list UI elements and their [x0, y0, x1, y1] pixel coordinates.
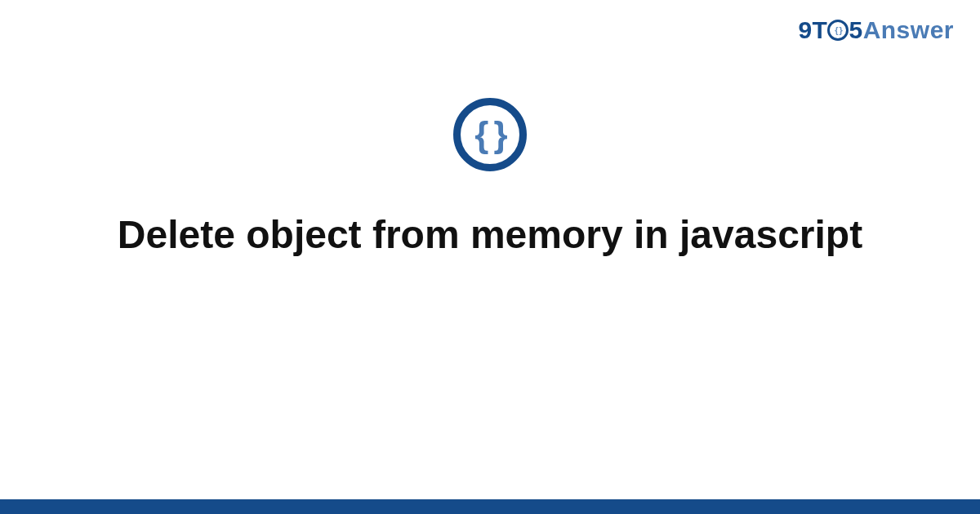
- site-logo: 9T{ }5Answer: [798, 16, 954, 44]
- logo-o-ring-icon: { }: [827, 20, 849, 41]
- logo-char-9: 9: [798, 16, 812, 43]
- page-title: Delete object from memory in javascript: [118, 210, 862, 259]
- logo-o-icon: { }: [827, 20, 849, 41]
- main-content: { } Delete object from memory in javascr…: [0, 98, 980, 259]
- logo-o-braces-icon: { }: [835, 25, 842, 35]
- logo-char-5: 5: [849, 16, 862, 43]
- topic-badge-icon: { }: [453, 98, 527, 171]
- braces-icon: { }: [474, 117, 505, 153]
- logo-char-t: T: [813, 16, 828, 43]
- footer-accent-bar: [0, 499, 980, 514]
- logo-word-answer: Answer: [863, 16, 954, 43]
